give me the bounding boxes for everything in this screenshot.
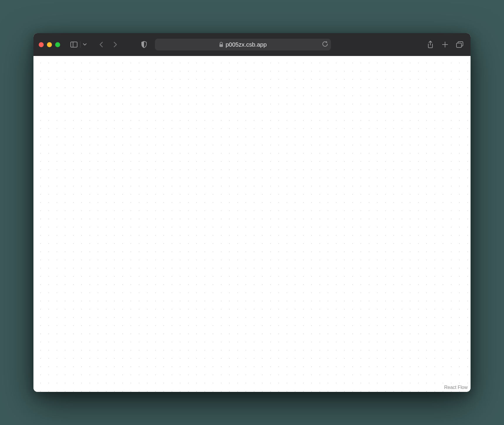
- page-content-canvas[interactable]: React Flow: [33, 56, 471, 392]
- window-controls: [39, 42, 60, 47]
- forward-button[interactable]: [110, 39, 121, 50]
- shield-icon: [141, 41, 147, 48]
- lock-icon: [219, 42, 223, 47]
- chevron-right-icon: [113, 41, 117, 48]
- browser-toolbar: p005zx.csb.app: [33, 33, 471, 56]
- react-flow-attribution[interactable]: React Flow: [444, 385, 468, 390]
- plus-icon: [442, 41, 448, 48]
- chevron-down-icon: [83, 43, 87, 46]
- back-button[interactable]: [96, 39, 107, 50]
- window-maximize-button[interactable]: [55, 42, 60, 47]
- reload-button[interactable]: [322, 41, 328, 48]
- address-content: p005zx.csb.app: [219, 41, 267, 48]
- url-text: p005zx.csb.app: [226, 41, 267, 48]
- tab-overview-button[interactable]: [454, 39, 465, 50]
- window-minimize-button[interactable]: [47, 42, 52, 47]
- new-tab-button[interactable]: [439, 39, 451, 50]
- navigation-controls: [96, 39, 121, 50]
- tabs-icon: [456, 41, 463, 48]
- window-close-button[interactable]: [39, 42, 44, 47]
- chevron-left-icon: [99, 41, 103, 48]
- share-button[interactable]: [425, 39, 436, 50]
- svg-rect-5: [456, 43, 461, 47]
- privacy-report-button[interactable]: [138, 39, 150, 50]
- sidebar-toggle-button[interactable]: [68, 39, 80, 50]
- reload-icon: [322, 41, 328, 48]
- browser-window: p005zx.csb.app: [33, 33, 471, 392]
- sidebar-icon: [70, 42, 77, 47]
- svg-rect-0: [71, 42, 77, 47]
- svg-rect-2: [219, 44, 223, 47]
- toolbar-right-group: [425, 39, 465, 50]
- address-bar[interactable]: p005zx.csb.app: [155, 39, 331, 50]
- toolbar-divider: [80, 41, 80, 48]
- tab-group-dropdown-button[interactable]: [81, 39, 89, 50]
- share-icon: [427, 41, 433, 48]
- sidebar-control-group: [68, 39, 89, 50]
